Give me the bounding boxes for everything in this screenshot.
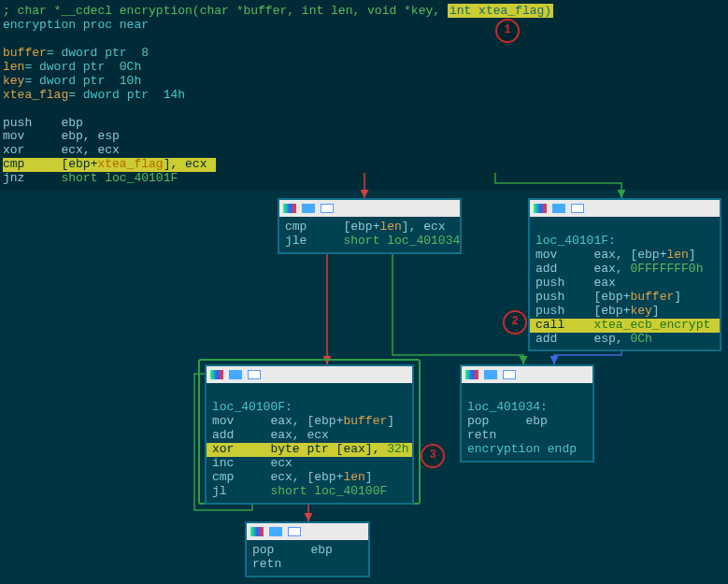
chart-icon: [534, 204, 547, 213]
var-decl: key= dword ptr 10h: [3, 75, 725, 89]
ins-line: add esp, 0Ch: [535, 333, 714, 347]
ins-line: add eax, 0FFFFFFF0h: [535, 263, 714, 277]
tool-icon: [571, 204, 584, 213]
ins-line: push [ebp+key]: [535, 305, 714, 319]
node-header: [279, 200, 460, 217]
ins-line: add eax, ecx: [212, 429, 407, 443]
ins-line: mov ebp, esp: [3, 130, 725, 144]
ins-line: pop ebp: [252, 544, 363, 558]
ins-line: mov eax, [ebp+len]: [535, 249, 714, 263]
endp-line: encryption endp: [467, 443, 587, 457]
chart-icon: [465, 370, 478, 379]
node-xor-loop[interactable]: loc_40100F: mov eax, [ebp+buffer] add ea…: [205, 364, 414, 505]
ins-line: cmp [ebp+len], ecx: [285, 221, 454, 235]
node-cmp-len[interactable]: cmp [ebp+len], ecx jle short loc_401034: [278, 198, 462, 254]
break-icon: [269, 527, 282, 536]
var-decl: xtea_flag= dword ptr 14h: [3, 89, 725, 103]
node-header: [247, 523, 368, 540]
chart-icon: [210, 370, 223, 379]
chart-icon: [250, 527, 264, 536]
sig-line: ; char *__cdecl encryption(char *buffer,…: [3, 5, 725, 19]
ins-line: push ebp: [3, 117, 725, 131]
highlighted-param: int xtea_flag): [448, 4, 553, 18]
node-endp[interactable]: loc_401034: pop ebp retn encryption endp: [460, 364, 594, 463]
call-highlight: call xtea_ecb_encrypt: [530, 319, 720, 333]
loc-label: loc_401034:: [467, 401, 587, 415]
break-icon: [552, 204, 565, 213]
cmp-highlight: cmp [ebp+xtea_flag], ecx: [3, 158, 216, 172]
ins-line: retn: [252, 558, 363, 572]
ins-line: jl short loc_40100F: [212, 485, 407, 499]
node-ret[interactable]: pop ebp retn: [245, 521, 370, 577]
xor-highlight: xor byte ptr [eax], 32h: [207, 443, 412, 457]
node-xtea-call[interactable]: loc_40101F: mov eax, [ebp+len] add eax, …: [528, 198, 721, 351]
annotation-badge-1: 1: [495, 19, 520, 43]
jnz-line: jnz short loc_40101F: [3, 172, 725, 186]
ins-line: xor ecx, ecx: [3, 144, 725, 158]
node-header: [207, 366, 412, 383]
break-icon: [229, 370, 242, 379]
break-icon: [484, 370, 497, 379]
node-header: [462, 366, 592, 383]
ins-line: inc ecx: [212, 457, 407, 471]
ins-line: pop ebp: [467, 415, 587, 429]
tool-icon: [503, 370, 516, 379]
tool-icon: [321, 204, 334, 213]
chart-icon: [283, 204, 296, 213]
annotation-badge-2: 2: [503, 310, 527, 335]
loc-label: loc_40100F:: [212, 401, 407, 415]
ins-line: push eax: [535, 277, 714, 291]
tool-icon: [288, 527, 301, 536]
proc-near-line: encryption proc near: [3, 19, 725, 33]
ins-line: retn: [467, 429, 587, 443]
ins-line: mov eax, [ebp+buffer]: [212, 415, 407, 429]
node-header: [530, 200, 720, 217]
var-decl: len= dword ptr 0Ch: [3, 61, 725, 75]
annotation-badge-3: 3: [421, 444, 445, 468]
top-disassembly-block: ; char *__cdecl encryption(char *buffer,…: [0, 0, 728, 191]
break-icon: [302, 204, 315, 213]
tool-icon: [248, 370, 261, 379]
ins-line: jle short loc_401034: [285, 235, 454, 249]
ins-line: push [ebp+buffer]: [535, 291, 714, 305]
var-decl: buffer= dword ptr 8: [3, 47, 725, 61]
loc-label: loc_40101F:: [535, 235, 714, 249]
ins-line: cmp ecx, [ebp+len]: [212, 471, 407, 485]
